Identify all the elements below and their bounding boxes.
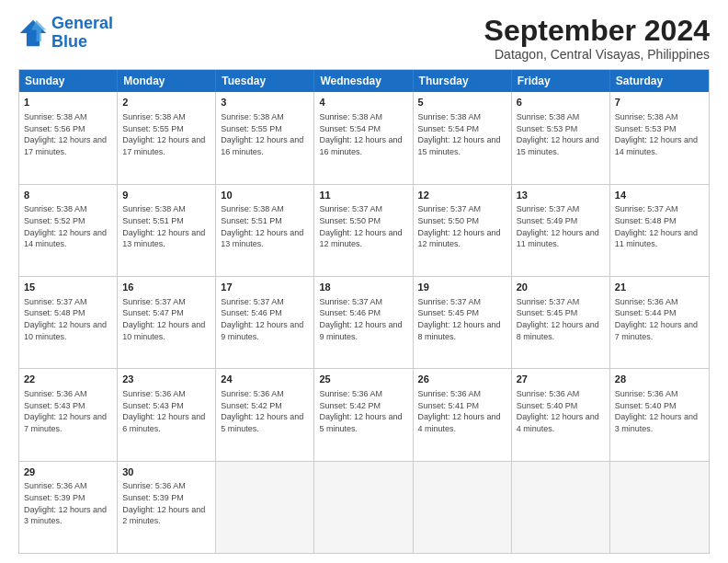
header-saturday: Saturday <box>610 70 709 92</box>
day-1: 1 Sunrise: 5:38 AM Sunset: 5:56 PM Dayli… <box>19 92 118 183</box>
day-15: 15 Sunrise: 5:37 AM Sunset: 5:48 PM Dayl… <box>19 277 118 368</box>
day-5: 5 Sunrise: 5:38 AM Sunset: 5:54 PM Dayli… <box>414 92 512 183</box>
calendar-body: 1 Sunrise: 5:38 AM Sunset: 5:56 PM Dayli… <box>19 92 709 553</box>
day-17: 17 Sunrise: 5:37 AM Sunset: 5:46 PM Dayl… <box>216 277 314 368</box>
day-21: 21 Sunrise: 5:36 AM Sunset: 5:44 PM Dayl… <box>610 277 709 368</box>
logo: General Blue <box>18 15 113 52</box>
logo-text: General Blue <box>51 15 113 52</box>
day-19: 19 Sunrise: 5:37 AM Sunset: 5:45 PM Dayl… <box>414 277 512 368</box>
week-row-5: 29 Sunrise: 5:36 AM Sunset: 5:39 PM Dayl… <box>19 461 709 553</box>
day-empty-2 <box>314 462 413 553</box>
day-20: 20 Sunrise: 5:37 AM Sunset: 5:45 PM Dayl… <box>512 277 610 368</box>
header-tuesday: Tuesday <box>216 70 314 92</box>
day-24: 24 Sunrise: 5:36 AM Sunset: 5:42 PM Dayl… <box>216 369 314 460</box>
day-28: 28 Sunrise: 5:36 AM Sunset: 5:40 PM Dayl… <box>610 369 709 460</box>
day-2: 2 Sunrise: 5:38 AM Sunset: 5:55 PM Dayli… <box>118 92 216 183</box>
day-10: 10 Sunrise: 5:38 AM Sunset: 5:51 PM Dayl… <box>216 185 314 276</box>
calendar: Sunday Monday Tuesday Wednesday Thursday… <box>18 69 710 554</box>
week-row-4: 22 Sunrise: 5:36 AM Sunset: 5:43 PM Dayl… <box>19 368 709 460</box>
header-friday: Friday <box>512 70 610 92</box>
page: General Blue September 2024 Datagon, Cen… <box>0 0 728 563</box>
day-22: 22 Sunrise: 5:36 AM Sunset: 5:43 PM Dayl… <box>19 369 118 460</box>
day-9: 9 Sunrise: 5:38 AM Sunset: 5:51 PM Dayli… <box>118 185 216 276</box>
day-3: 3 Sunrise: 5:38 AM Sunset: 5:55 PM Dayli… <box>216 92 314 183</box>
day-30: 30 Sunrise: 5:36 AM Sunset: 5:39 PM Dayl… <box>118 462 216 553</box>
header-sunday: Sunday <box>19 70 118 92</box>
day-13: 13 Sunrise: 5:37 AM Sunset: 5:49 PM Dayl… <box>512 185 610 276</box>
day-27: 27 Sunrise: 5:36 AM Sunset: 5:40 PM Dayl… <box>512 369 610 460</box>
day-empty-1 <box>216 462 314 553</box>
week-row-1: 1 Sunrise: 5:38 AM Sunset: 5:56 PM Dayli… <box>19 92 709 183</box>
logo-icon <box>18 18 48 48</box>
title-block: September 2024 Datagon, Central Visayas,… <box>484 15 710 62</box>
day-23: 23 Sunrise: 5:36 AM Sunset: 5:43 PM Dayl… <box>118 369 216 460</box>
day-14: 14 Sunrise: 5:37 AM Sunset: 5:48 PM Dayl… <box>610 185 709 276</box>
location-title: Datagon, Central Visayas, Philippines <box>484 47 710 62</box>
day-8: 8 Sunrise: 5:38 AM Sunset: 5:52 PM Dayli… <box>19 185 118 276</box>
svg-marker-0 <box>20 20 46 46</box>
day-12: 12 Sunrise: 5:37 AM Sunset: 5:50 PM Dayl… <box>414 185 512 276</box>
day-7: 7 Sunrise: 5:38 AM Sunset: 5:53 PM Dayli… <box>610 92 709 183</box>
day-4: 4 Sunrise: 5:38 AM Sunset: 5:54 PM Dayli… <box>314 92 413 183</box>
week-row-3: 15 Sunrise: 5:37 AM Sunset: 5:48 PM Dayl… <box>19 276 709 368</box>
header-wednesday: Wednesday <box>314 70 413 92</box>
day-26: 26 Sunrise: 5:36 AM Sunset: 5:41 PM Dayl… <box>414 369 512 460</box>
day-6: 6 Sunrise: 5:38 AM Sunset: 5:53 PM Dayli… <box>512 92 610 183</box>
day-empty-3 <box>414 462 512 553</box>
day-empty-4 <box>512 462 610 553</box>
calendar-header: Sunday Monday Tuesday Wednesday Thursday… <box>19 70 709 92</box>
month-title: September 2024 <box>484 15 710 47</box>
day-16: 16 Sunrise: 5:37 AM Sunset: 5:47 PM Dayl… <box>118 277 216 368</box>
header-thursday: Thursday <box>414 70 512 92</box>
week-row-2: 8 Sunrise: 5:38 AM Sunset: 5:52 PM Dayli… <box>19 184 709 276</box>
logo-line1: General <box>51 14 113 32</box>
day-11: 11 Sunrise: 5:37 AM Sunset: 5:50 PM Dayl… <box>314 185 413 276</box>
day-25: 25 Sunrise: 5:36 AM Sunset: 5:42 PM Dayl… <box>314 369 413 460</box>
logo-line2: Blue <box>51 32 87 51</box>
day-empty-5 <box>610 462 709 553</box>
header: General Blue September 2024 Datagon, Cen… <box>18 15 710 62</box>
day-29: 29 Sunrise: 5:36 AM Sunset: 5:39 PM Dayl… <box>19 462 118 553</box>
day-18: 18 Sunrise: 5:37 AM Sunset: 5:46 PM Dayl… <box>314 277 413 368</box>
header-monday: Monday <box>118 70 216 92</box>
